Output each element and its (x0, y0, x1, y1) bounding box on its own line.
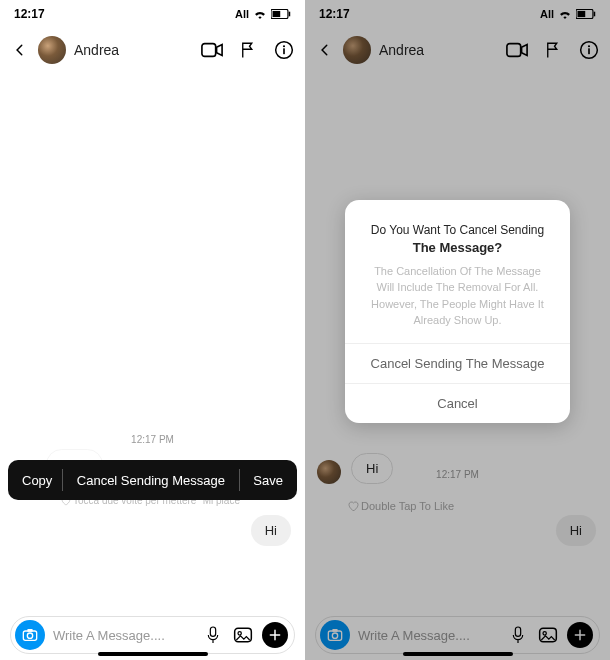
svg-rect-9 (27, 629, 32, 632)
left-screenshot: 12:17 All Andrea 12:17 PM Ciao Tocca d (0, 0, 305, 660)
context-copy[interactable]: Copy (8, 460, 62, 500)
status-right: All (235, 8, 291, 20)
gallery-icon[interactable] (232, 624, 254, 646)
right-screenshot: 12:17 All Andrea 12:17 PM Hi Double Tap … (305, 0, 610, 660)
dialog-title: Do You Want To Cancel Sending The Messag… (361, 222, 554, 257)
compose-box[interactable]: Write A Message.... (10, 616, 295, 654)
plus-button[interactable] (262, 622, 288, 648)
svg-point-5 (283, 45, 285, 47)
svg-point-8 (27, 633, 32, 638)
context-save[interactable]: Save (239, 460, 297, 500)
network-label: All (235, 8, 249, 20)
back-button[interactable] (10, 43, 30, 57)
context-cancel-send[interactable]: Cancel Sending Message (63, 460, 239, 500)
video-call-icon[interactable] (201, 39, 223, 61)
dialog-title-line1: Do You Want To Cancel Sending (371, 223, 544, 237)
message-timestamp: 12:17 PM (0, 434, 305, 445)
avatar[interactable] (38, 36, 66, 64)
status-time: 12:17 (14, 7, 45, 21)
compose-input[interactable]: Write A Message.... (53, 628, 194, 643)
confirm-dialog: Do You Want To Cancel Sending The Messag… (345, 200, 570, 423)
contact-name[interactable]: Andrea (74, 42, 119, 58)
context-menu: Copy Cancel Sending Message Save (8, 460, 297, 500)
dialog-confirm-button[interactable]: Cancel Sending The Message (345, 343, 570, 383)
home-indicator[interactable] (98, 652, 208, 656)
svg-rect-2 (289, 12, 291, 17)
svg-rect-10 (210, 627, 215, 636)
chat-body: 12:17 PM Ciao Tocca due volte per metter… (0, 72, 305, 610)
svg-point-12 (238, 632, 241, 635)
svg-rect-3 (202, 44, 216, 57)
camera-button[interactable] (15, 620, 45, 650)
svg-rect-6 (283, 48, 285, 54)
status-bar: 12:17 All (0, 0, 305, 28)
dialog-body: The Cancellation Of The Message Will Inc… (361, 263, 554, 329)
info-icon[interactable] (273, 39, 295, 61)
dialog-title-line2: The Message? (413, 240, 503, 255)
svg-rect-1 (273, 11, 281, 17)
dialog-cancel-button[interactable]: Cancel (345, 383, 570, 423)
battery-icon (271, 9, 291, 19)
microphone-icon[interactable] (202, 624, 224, 646)
chat-header: Andrea (0, 28, 305, 72)
flag-icon[interactable] (237, 39, 259, 61)
wifi-icon (253, 9, 267, 19)
outgoing-message[interactable]: Hi (251, 515, 291, 546)
